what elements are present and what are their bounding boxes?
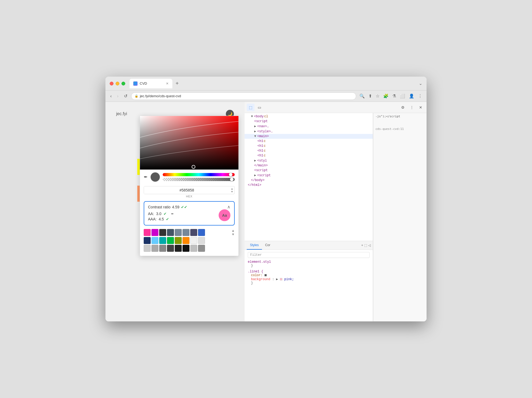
menu-icon[interactable]: ⋮: [417, 92, 423, 100]
tab-close-button[interactable]: ✕: [166, 82, 169, 85]
swatch[interactable]: [190, 245, 197, 252]
share-icon[interactable]: ⬆: [367, 92, 373, 100]
css-rule: element.styl }: [248, 260, 370, 268]
swatch[interactable]: [183, 237, 189, 244]
html-line[interactable]: <script: [245, 119, 373, 124]
swatch[interactable]: [198, 229, 205, 236]
html-line[interactable]: </body>: [245, 178, 373, 183]
toggle-icon[interactable]: ▶: [254, 159, 256, 163]
contrast-panel: Contrast ratio 4.59 ✔✔ ∧ AA: 3.0 ✔ ✒ Aa: [144, 201, 235, 226]
html-line[interactable]: ▶ <style>…: [245, 129, 373, 134]
hue-slider[interactable]: [163, 173, 235, 176]
aa-eyedropper[interactable]: ✒: [171, 212, 174, 216]
css-close: }: [251, 281, 370, 285]
tab-chevron-icon[interactable]: ⌄: [419, 81, 422, 86]
device-tool[interactable]: ▭: [256, 104, 263, 111]
hex-input[interactable]: [144, 186, 230, 194]
swatch[interactable]: [159, 237, 166, 244]
close-devtools-icon[interactable]: ✕: [417, 104, 424, 111]
swatch[interactable]: [144, 237, 151, 244]
collapse-icon[interactable]: ∧: [227, 204, 230, 209]
swatch[interactable]: [190, 237, 197, 244]
reload-button[interactable]: ↺: [122, 92, 129, 100]
html-line[interactable]: ▼ <body cl: [245, 114, 373, 119]
swatch[interactable]: [175, 237, 182, 244]
profile-icon[interactable]: 👤: [408, 92, 415, 100]
swatch[interactable]: [159, 245, 166, 252]
html-line[interactable]: </html>: [245, 183, 373, 187]
address-bar[interactable]: 🔒 jec.fyi/demo/cds-quest-cvd: [131, 92, 356, 100]
active-tab[interactable]: 🌐 CVD ✕: [130, 79, 172, 88]
swatch[interactable]: [198, 245, 205, 252]
swatch[interactable]: [167, 229, 174, 236]
swatch[interactable]: [167, 237, 174, 244]
html-line[interactable]: <h1 c: [245, 148, 373, 153]
bookmark-icon[interactable]: ☆: [375, 92, 381, 100]
html-line[interactable]: ▶ <script: [245, 173, 373, 178]
more-options-icon[interactable]: ⋮: [408, 104, 416, 111]
settings-icon[interactable]: ⚙: [399, 104, 407, 111]
swatch[interactable]: [183, 229, 189, 236]
site-logo: jec.fyi: [116, 111, 127, 116]
swatch[interactable]: [151, 229, 158, 236]
forward-button[interactable]: ›: [115, 93, 120, 100]
swatches-row-3: [144, 245, 235, 252]
toggle-icon[interactable]: ▼: [251, 115, 253, 118]
swatch[interactable]: [198, 237, 205, 244]
alpha-handle[interactable]: [230, 178, 234, 181]
swatch[interactable]: [151, 237, 158, 244]
elements-panel[interactable]: ▼ <body cl <script ▶ <nav>… ▶: [245, 113, 373, 241]
tab-styles[interactable]: Styles: [247, 241, 262, 250]
nav-actions: 🔍 ⬆ ☆ 🧩 ⚗ ⬜ 👤 ⋮: [358, 92, 423, 100]
maximize-button[interactable]: [121, 82, 125, 85]
add-style-icon[interactable]: +: [361, 243, 363, 247]
extensions-icon[interactable]: 🧩: [382, 92, 390, 100]
minimize-button[interactable]: [116, 82, 119, 85]
swatches-scroll[interactable]: ▲▼: [231, 229, 235, 236]
swatch[interactable]: [144, 245, 151, 252]
eyedropper-button[interactable]: ✒: [144, 174, 148, 180]
style-tools-icon[interactable]: ⬚: [364, 243, 367, 247]
html-line[interactable]: </main>: [245, 163, 373, 168]
search-icon[interactable]: 🔍: [358, 92, 366, 100]
back-button[interactable]: ‹: [109, 93, 113, 100]
color-gradient[interactable]: [140, 116, 238, 170]
toggle-icon[interactable]: ▶: [254, 124, 256, 128]
contrast-header: Contrast ratio 4.59 ✔✔ ∧: [148, 204, 230, 209]
close-button[interactable]: [110, 82, 113, 85]
hue-handle[interactable]: [229, 173, 233, 177]
filter-bar[interactable]: Filter: [248, 252, 370, 258]
bg-swatch-small[interactable]: [280, 278, 282, 280]
toggle-icon[interactable]: ▶: [254, 129, 256, 133]
hex-arrows[interactable]: ▲▼: [230, 187, 234, 194]
swatch[interactable]: [183, 245, 189, 252]
contrast-ratio-value: 4.59: [172, 205, 179, 209]
new-tab-button[interactable]: +: [173, 80, 181, 87]
gradient-handle[interactable]: [192, 165, 195, 169]
inspector-tool[interactable]: ⬚: [247, 104, 254, 111]
swatch[interactable]: [175, 229, 182, 236]
swatch[interactable]: [175, 245, 182, 252]
alpha-slider[interactable]: [163, 178, 235, 181]
html-line-main[interactable]: ▼ <main>: [245, 134, 373, 139]
toggle-icon[interactable]: ▶: [254, 173, 256, 177]
style-arrow-icon[interactable]: ◁: [368, 243, 371, 247]
tab-computed[interactable]: Cor: [262, 241, 273, 250]
html-line[interactable]: ▶ <nav>…: [245, 124, 373, 129]
url-text: jec.fyi/demo/cds-quest-cvd: [140, 94, 181, 98]
swatch[interactable]: [159, 229, 166, 236]
html-line[interactable]: <h1 c: [245, 153, 373, 158]
html-line[interactable]: ▶ <styl: [245, 158, 373, 163]
devtools-extension-icon[interactable]: ⚗: [391, 92, 397, 100]
swatch[interactable]: [190, 229, 197, 236]
swatch[interactable]: [144, 229, 151, 236]
color-swatch-small[interactable]: [264, 274, 267, 276]
html-line[interactable]: <h1 c: [245, 144, 373, 148]
html-line[interactable]: <script: [245, 168, 373, 173]
swatch[interactable]: [167, 245, 174, 252]
html-line[interactable]: <h1 c: [245, 139, 373, 144]
toggle-icon[interactable]: ▼: [254, 134, 256, 138]
swatch[interactable]: [151, 245, 158, 252]
splitscreen-icon[interactable]: ⬜: [399, 92, 406, 100]
expand-icon[interactable]: ▶: [276, 277, 278, 281]
